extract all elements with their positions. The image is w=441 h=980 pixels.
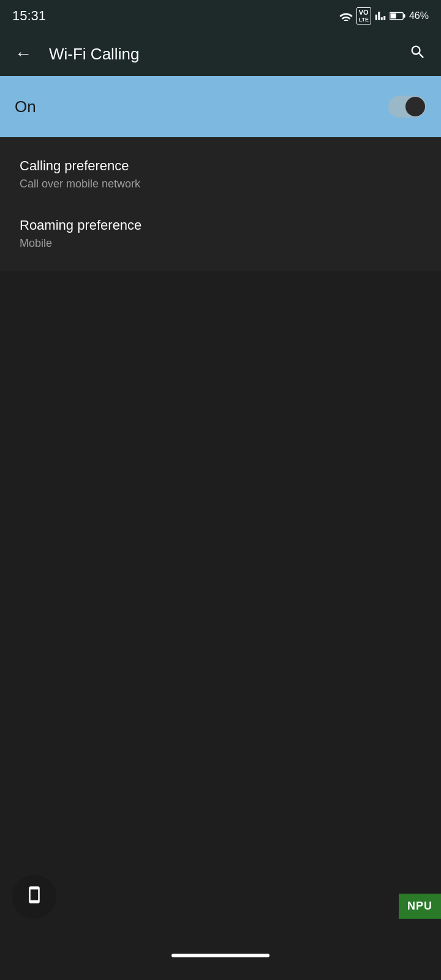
status-time: 15:31 [12, 8, 46, 24]
svg-rect-2 [390, 13, 396, 18]
fab-icon [25, 886, 43, 908]
roaming-preference-item[interactable]: Roaming preference Mobile [0, 204, 441, 263]
toggle-thumb [405, 97, 425, 116]
search-icon [409, 43, 426, 61]
bottom-nav [0, 931, 441, 980]
volte-icon: VOLTE [356, 7, 371, 24]
calling-preference-subtitle: Call over mobile network [20, 178, 421, 190]
toggle-label: On [15, 97, 36, 116]
wifi-calling-toggle-row[interactable]: On [0, 76, 441, 137]
npu-badge: NPU [399, 894, 441, 919]
roaming-preference-subtitle: Mobile [20, 237, 421, 250]
search-button[interactable] [404, 39, 431, 70]
back-button[interactable]: ← [10, 39, 37, 69]
wifi-icon [339, 11, 353, 21]
roaming-preference-title: Roaming preference [20, 217, 421, 233]
svg-rect-1 [404, 14, 405, 18]
signal-icon [375, 10, 386, 21]
page-title: Wi-Fi Calling [49, 45, 392, 64]
screenshot-icon [25, 886, 43, 904]
app-bar: ← Wi-Fi Calling [0, 32, 441, 76]
status-bar: 15:31 VOLTE 46% [0, 0, 441, 32]
battery-icon [390, 11, 405, 21]
calling-preference-title: Calling preference [20, 158, 421, 174]
battery-percent: 46% [409, 10, 429, 21]
status-icons: VOLTE 46% [339, 7, 429, 24]
fab-button[interactable] [12, 875, 56, 919]
home-indicator [172, 954, 270, 957]
calling-preference-item[interactable]: Calling preference Call over mobile netw… [0, 145, 441, 204]
wifi-calling-toggle[interactable] [388, 96, 426, 118]
settings-list: Calling preference Call over mobile netw… [0, 137, 441, 271]
